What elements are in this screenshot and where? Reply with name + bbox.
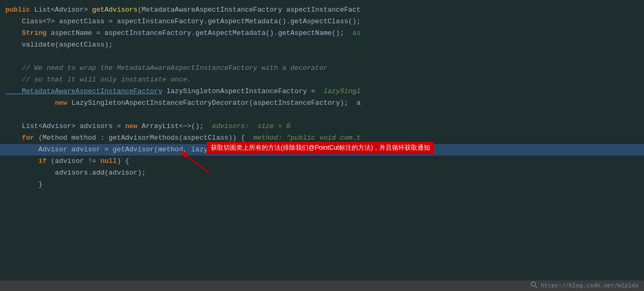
svg-line-3 [535, 286, 537, 288]
code-line: Class<?> aspectClass = aspectInstanceFac… [0, 16, 644, 28]
code-line: if (advisor != null) { [0, 156, 644, 167]
keyword: new [55, 97, 71, 109]
code-line: public List<Advisor> getAdvisors(Metadat… [0, 4, 644, 16]
code-line [0, 109, 644, 121]
annotation-box: 获取切面类上所有的方法(排除我们@PointCut标注的方法)，并且循环获取通知 [207, 142, 434, 154]
keyword: public [5, 4, 34, 16]
keyword: null [100, 156, 117, 167]
code-line: MetadataAwareAspectInstanceFactory lazyS… [0, 86, 644, 97]
code-line: advisors.add(advisor); [0, 167, 644, 179]
code-line [0, 51, 644, 62]
code-line: validate(aspectClass); [0, 39, 644, 51]
code-line: } [0, 179, 644, 190]
code-line: // We need to wrap the MetadataAwareAspe… [0, 62, 644, 74]
code-line: // so that it will only instantiate once… [0, 74, 644, 86]
type-link[interactable]: MetadataAwareAspectInstanceFactory [5, 86, 162, 97]
keyword: new [125, 121, 141, 132]
status-bar: https://blog.csdn.net/mlplds [0, 280, 644, 291]
search-icon [531, 281, 538, 290]
keyword: if [5, 156, 51, 167]
keyword: for [5, 132, 38, 144]
status-url[interactable]: https://blog.csdn.net/mlplds [541, 283, 639, 289]
code-line: new LazySingletonAspectInstanceFactoryDe… [0, 97, 644, 109]
code-area: public List<Advisor> getAdvisors(Metadat… [0, 0, 644, 280]
keyword: String [5, 28, 51, 39]
code-line: String aspectName = aspectInstanceFactor… [0, 28, 644, 39]
svg-point-2 [531, 282, 535, 286]
code-line: List<Advisor> advisors = new ArrayList<~… [0, 121, 644, 132]
